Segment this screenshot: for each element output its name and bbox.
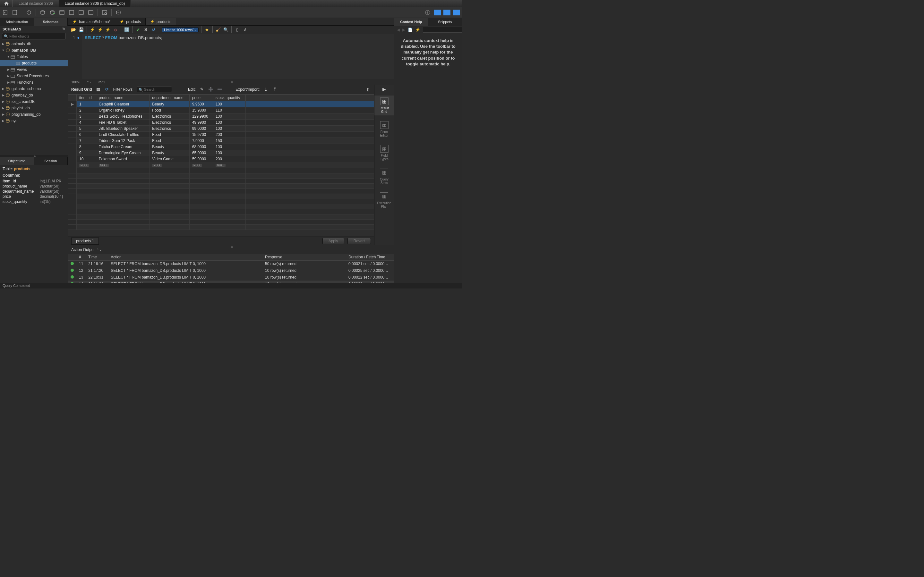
output-selector[interactable]: Action Output ⌃⌄ bbox=[71, 247, 102, 252]
result-view-tab[interactable]: ▦Field Types bbox=[380, 143, 389, 163]
beautify-icon[interactable]: 🧹 bbox=[215, 27, 221, 33]
search-icon[interactable] bbox=[101, 9, 108, 16]
manual-help-icon[interactable]: ⚡ bbox=[415, 27, 420, 33]
column-header[interactable]: department_name bbox=[150, 95, 190, 101]
connection-tab[interactable]: Local instance 3306 bbox=[13, 0, 59, 7]
table-row[interactable] bbox=[68, 179, 374, 184]
schema-item[interactable]: ▶programming_db bbox=[0, 111, 68, 118]
open-file-icon[interactable]: 📂 bbox=[71, 27, 76, 33]
result-view-tab[interactable]: ▦Query Stats bbox=[380, 167, 389, 187]
table-row[interactable] bbox=[68, 184, 374, 189]
column-header[interactable]: item_id bbox=[77, 95, 96, 101]
result-grid[interactable]: item_idproduct_namedepartment_nameprices… bbox=[68, 94, 374, 237]
output-header[interactable]: Duration / Fetch Time bbox=[346, 254, 394, 261]
delete-row-icon[interactable]: ➖ bbox=[217, 87, 223, 92]
schema-item[interactable]: ▶playlist_db bbox=[0, 105, 68, 111]
connection-tab[interactable]: Local instance 3306 (bamazon_db) bbox=[59, 0, 131, 7]
panel-left-toggle[interactable] bbox=[434, 10, 441, 15]
export-icon[interactable]: ⤓ bbox=[263, 87, 268, 92]
table-row[interactable] bbox=[68, 173, 374, 179]
schema-item[interactable]: ▶animals_db bbox=[0, 41, 68, 47]
home-tab[interactable] bbox=[0, 0, 13, 7]
schema-item[interactable]: ▶gallardo_schema bbox=[0, 85, 68, 92]
drag-handle[interactable] bbox=[231, 81, 233, 83]
add-row-icon[interactable]: ➕ bbox=[208, 87, 214, 92]
view-icon[interactable] bbox=[68, 9, 75, 16]
execute-icon[interactable]: ⚡ bbox=[89, 27, 95, 33]
column-header[interactable]: product_name bbox=[96, 95, 150, 101]
column-header[interactable]: stock_quantity bbox=[213, 95, 246, 101]
table-row[interactable] bbox=[68, 189, 374, 194]
table-row[interactable] bbox=[68, 219, 374, 225]
tab-snippets[interactable]: Snippets bbox=[428, 18, 462, 26]
table-row[interactable]: 10Pokemon SwordVideo Game59.9900200 bbox=[68, 156, 374, 162]
column-header[interactable]: price bbox=[189, 95, 213, 101]
wrap-grid-icon[interactable]: ▯ bbox=[365, 87, 371, 92]
open-sql-file-icon[interactable] bbox=[11, 9, 19, 16]
zoom-level[interactable]: 100% bbox=[71, 80, 80, 84]
table-row[interactable]: 4Fire HD 8 TabletElectronics49.9900100 bbox=[68, 119, 374, 126]
panel-right-toggle[interactable] bbox=[453, 10, 460, 15]
drag-handle[interactable] bbox=[231, 246, 233, 248]
tab-context-help[interactable]: Context Help bbox=[394, 18, 428, 26]
autocommit-icon[interactable]: ↺ bbox=[150, 27, 156, 33]
table-row[interactable] bbox=[68, 214, 374, 219]
inspector-icon[interactable] bbox=[25, 9, 32, 16]
output-header[interactable]: Response bbox=[262, 254, 346, 261]
table-row[interactable]: 6Lindt Chocolate TrufflesFood15.9700200 bbox=[68, 132, 374, 138]
editor-tab[interactable]: ⚡products bbox=[115, 18, 145, 25]
output-header[interactable]: # bbox=[76, 254, 86, 261]
output-row[interactable]: 1422:11:20SELECT * FROM bamazon_DB.produ… bbox=[68, 281, 394, 283]
schema-item[interactable]: ▶greatbay_db bbox=[0, 92, 68, 98]
table-row[interactable]: 3Beats Solo3 HeadphonesElectronics129.99… bbox=[68, 113, 374, 119]
import-icon[interactable]: ⤒ bbox=[272, 87, 278, 92]
auto-help-icon[interactable]: 📄 bbox=[408, 27, 413, 32]
filter-refresh-icon[interactable]: ⟳ bbox=[104, 87, 110, 92]
tab-object-info[interactable]: Object Info bbox=[0, 157, 34, 165]
result-view-tab[interactable]: ▦Execution Plan bbox=[377, 190, 391, 210]
collapse-icon[interactable]: ▶ bbox=[383, 87, 386, 92]
folder-item[interactable]: ▶Views bbox=[0, 66, 68, 73]
table-item[interactable]: products bbox=[0, 60, 68, 66]
schema-item[interactable]: ▶sys bbox=[0, 118, 68, 124]
sp-icon[interactable] bbox=[78, 9, 85, 16]
table-row[interactable] bbox=[68, 204, 374, 210]
execute-current-icon[interactable]: ⚡ bbox=[97, 27, 103, 33]
output-row[interactable]: 1322:10:31SELECT * FROM bamazon_DB.produ… bbox=[68, 274, 394, 281]
filter-input[interactable] bbox=[2, 33, 66, 39]
table-row[interactable] bbox=[68, 168, 374, 173]
star-icon[interactable]: ★ bbox=[204, 27, 210, 33]
new-sql-tab-icon[interactable]: + bbox=[2, 9, 9, 16]
folder-item[interactable]: ▶Stored Procedures bbox=[0, 73, 68, 79]
stop-icon[interactable]: ⦸ bbox=[113, 27, 118, 33]
commit-icon[interactable]: ✔ bbox=[135, 27, 141, 33]
wrap-icon[interactable]: ▯ bbox=[234, 27, 240, 33]
schema-tree[interactable]: ▶animals_db▼bamazon_DB▼Tablesproducts▶Vi… bbox=[0, 40, 68, 155]
result-view-tab[interactable]: ▦Form Editor bbox=[380, 119, 388, 139]
folder-item[interactable]: ▼Tables bbox=[0, 53, 68, 60]
nav-back-icon[interactable]: ◀ bbox=[397, 27, 400, 32]
grid-icon[interactable]: ▦ bbox=[95, 87, 101, 92]
refresh-icon[interactable]: ↻ bbox=[62, 27, 65, 31]
table-row[interactable]: 8Tatcha Face CreamBeauty68.0000100 bbox=[68, 144, 374, 150]
editor-tab[interactable]: ⚡products bbox=[145, 18, 176, 25]
fn-icon[interactable] bbox=[87, 9, 94, 16]
sql-editor[interactable]: 1● SELECT * FROM bamazon_DB.products; bbox=[68, 34, 394, 79]
table-row[interactable]: 5JBL Bluetooth SpeakerElectronics99.0000… bbox=[68, 126, 374, 132]
output-row[interactable]: 1121:16:16SELECT * FROM bamazon_DB.produ… bbox=[68, 261, 394, 268]
explain-icon[interactable]: ⚡ bbox=[105, 27, 111, 33]
output-row[interactable]: 1221:17:20SELECT * FROM bamazon_DB.produ… bbox=[68, 268, 394, 274]
table-row[interactable]: NULLNULLNULLNULLNULL bbox=[68, 162, 374, 168]
nav-fwd-icon[interactable]: ▶ bbox=[402, 27, 405, 32]
table-row[interactable]: 2Organic HoneyFood15.9800110 bbox=[68, 107, 374, 113]
update-icon[interactable] bbox=[424, 9, 431, 16]
folder-item[interactable]: ▶Functions bbox=[0, 79, 68, 85]
limit-select[interactable]: Limit to 1000 rows bbox=[162, 27, 199, 32]
toggle-icon[interactable]: 🔢 bbox=[124, 27, 129, 33]
tab-schemas[interactable]: Schemas bbox=[34, 18, 68, 26]
save-icon[interactable]: 💾 bbox=[78, 27, 84, 33]
table-row[interactable] bbox=[68, 199, 374, 204]
schema-item[interactable]: ▼bamazon_DB bbox=[0, 47, 68, 53]
find-icon[interactable]: 🔍 bbox=[223, 27, 229, 33]
table-row[interactable]: ▶1Cetaphil CleanserBeauty9.9500100 bbox=[68, 101, 374, 107]
